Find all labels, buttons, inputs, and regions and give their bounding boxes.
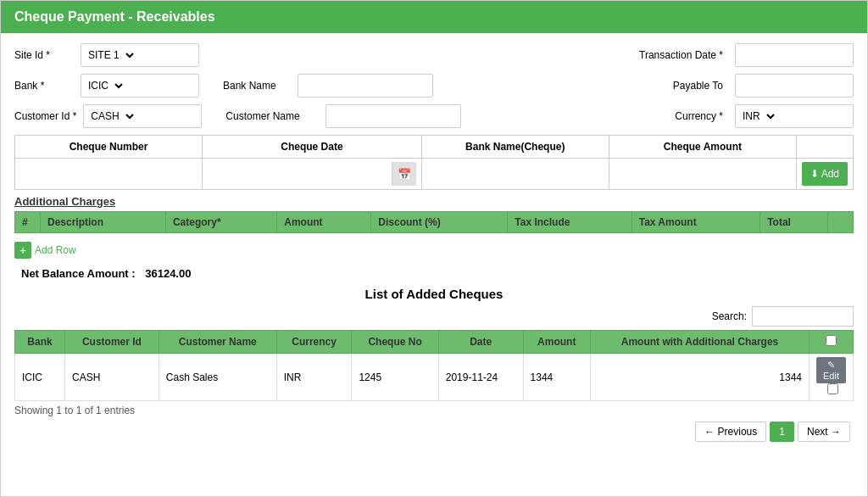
col-amount: Amount [277, 212, 371, 233]
customer-name-label: Customer Name [225, 110, 319, 122]
currency-select[interactable]: INR [735, 104, 854, 128]
search-input[interactable] [752, 306, 854, 327]
customer-name-input[interactable]: Cash Sales [326, 104, 461, 128]
cheque-date-col: Cheque Date [203, 136, 422, 159]
row-customer-name: Cash Sales [159, 354, 276, 401]
row-amount: 1344 [523, 354, 590, 401]
bank-select[interactable]: ICIC [81, 74, 199, 98]
bank-name-cheque-col: Bank Name(Cheque) [421, 136, 609, 159]
site-id-label: Site Id * [14, 49, 74, 61]
list-customer-name-col: Customer Name [159, 331, 276, 354]
site-id-dropdown[interactable]: SITE 1 [81, 44, 136, 66]
search-label: Search: [712, 310, 747, 322]
next-button[interactable]: Next → [798, 422, 850, 442]
currency-dropdown[interactable]: INR [736, 105, 777, 127]
select-all-checkbox[interactable] [826, 335, 837, 346]
row-checkbox[interactable] [827, 383, 838, 394]
add-icon: ⬇ [810, 168, 821, 180]
cheque-number-col: Cheque Number [15, 136, 203, 159]
row-cheque-no: 1245 [352, 354, 438, 401]
col-tax-include: Tax Include [508, 212, 632, 233]
bank-label: Bank * [14, 80, 74, 92]
row-customer-id: CASH [65, 354, 159, 401]
col-discount: Discount (%) [371, 212, 508, 233]
col-description: Description [41, 212, 166, 233]
added-cheques-table: Bank Customer Id Customer Name Currency … [14, 330, 854, 401]
col-hash: # [15, 212, 41, 233]
list-customer-id-col: Customer Id [65, 331, 159, 354]
page-title: Cheque Payment - Receivables [1, 1, 867, 33]
cheque-number-input[interactable] [20, 166, 197, 181]
cheque-amount-input[interactable]: 0 [615, 166, 791, 181]
edit-button[interactable]: ✎ Edit [816, 357, 846, 383]
col-total: Total [760, 212, 828, 233]
table-row: ICIC CASH Cash Sales INR 1245 2019-11-24… [15, 354, 854, 401]
net-balance: Net Balance Amount : 36124.00 [14, 267, 854, 280]
additional-charges-title: Additional Charges [14, 195, 854, 208]
row-currency: INR [276, 354, 352, 401]
list-amount-col: Amount [523, 331, 590, 354]
list-cheque-no-col: Cheque No [352, 331, 438, 354]
site-id-select[interactable]: SITE 1 [81, 43, 199, 67]
pagination: ← Previous 1 Next → [14, 422, 854, 442]
customer-id-label: Customer Id * [14, 110, 76, 122]
previous-button[interactable]: ← Previous [695, 422, 766, 442]
add-row-wrap: + Add Row [14, 238, 854, 262]
page-number[interactable]: 1 [770, 422, 794, 442]
additional-charges-table: # Description Category* Amount Discount … [14, 211, 854, 233]
row-date: 2019-11-24 [438, 354, 523, 401]
showing-text: Showing 1 to 1 of 1 entries [14, 405, 854, 416]
add-row-label[interactable]: Add Row [35, 244, 76, 256]
cheque-entry-table: Cheque Number Cheque Date Bank Name(Cheq… [14, 135, 854, 190]
bank-dropdown[interactable]: ICIC [81, 75, 125, 97]
currency-label: Currency * [655, 110, 723, 122]
net-balance-label: Net Balance Amount : [21, 267, 136, 280]
transaction-date-wrap: 2019-11-24 📅 [735, 43, 854, 67]
add-cheque-button[interactable]: ⬇ Add [802, 162, 848, 186]
bank-name-input[interactable]: ICICI [298, 74, 433, 98]
bank-name-label: Bank Name [223, 80, 291, 92]
list-title: List of Added Cheques [14, 287, 854, 301]
net-balance-value: 36124.00 [145, 267, 191, 280]
list-bank-col: Bank [15, 331, 65, 354]
row-bank: ICIC [15, 354, 65, 401]
list-amount-additional-col: Amount with Additional Charges [590, 331, 809, 354]
list-currency-col: Currency [276, 331, 352, 354]
cheque-amount-col: Cheque Amount [609, 136, 796, 159]
col-tax-amount: Tax Amount [632, 212, 760, 233]
row-amount-additional: 1344 [590, 354, 809, 401]
payable-to-label: Payable To [655, 80, 723, 92]
cheque-date-input[interactable]: 2019-11-24 [208, 162, 392, 186]
list-date-col: Date [438, 331, 523, 354]
col-category: Category* [165, 212, 276, 233]
cheque-date-calendar-icon[interactable]: 📅 [392, 162, 416, 186]
transaction-date-label: Transaction Date * [621, 49, 723, 61]
payable-to-input[interactable]: PLANNING [735, 74, 854, 98]
transaction-date-input[interactable]: 2019-11-24 [736, 44, 854, 66]
bank-name-cheque-input[interactable] [427, 166, 604, 181]
customer-id-select[interactable]: CASH [83, 104, 202, 128]
customer-id-dropdown[interactable]: CASH [84, 105, 136, 127]
add-row-button[interactable]: + [14, 242, 31, 259]
